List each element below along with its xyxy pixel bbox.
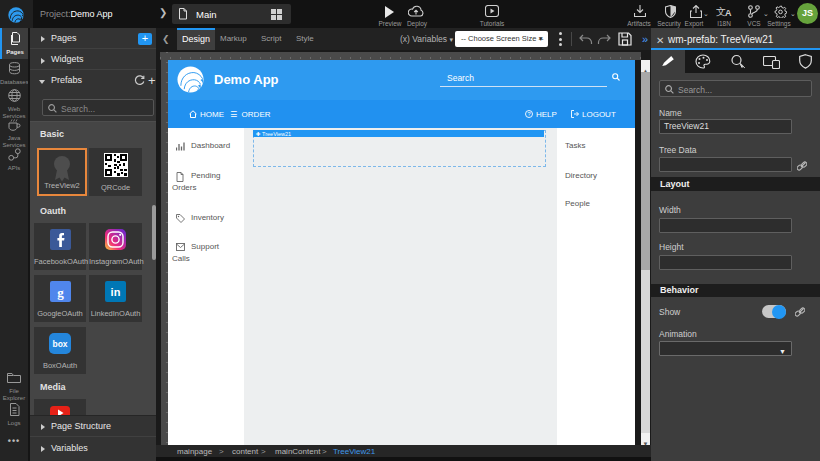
svg-text:?: ? (527, 111, 530, 117)
svg-text:g: g (57, 285, 64, 300)
svg-text:A: A (725, 8, 732, 18)
svg-text:box: box (52, 339, 67, 349)
svg-text:in: in (111, 286, 121, 298)
